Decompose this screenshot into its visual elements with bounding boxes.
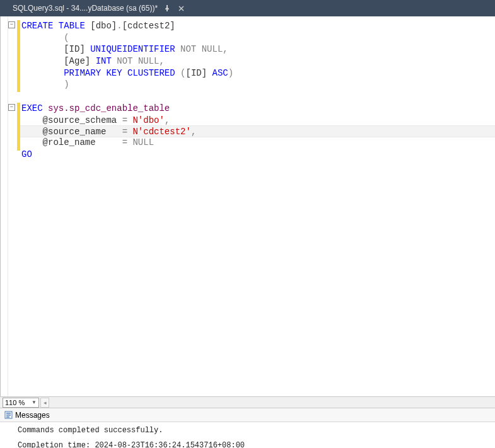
code-line[interactable]: PRIMARY KEY CLUSTERED ([ID] ASC) bbox=[20, 67, 495, 79]
close-icon[interactable] bbox=[177, 4, 185, 13]
code-editor[interactable]: 1 − − CREATE TABLE [dbo].[cdctest2] ( [I… bbox=[0, 16, 495, 396]
code-line[interactable]: GO bbox=[20, 149, 495, 161]
tab-title: SQLQuery3.sql - 34....yDatabase (sa (65)… bbox=[13, 4, 158, 13]
tab-bar: SQLQuery3.sql - 34....yDatabase (sa (65)… bbox=[0, 0, 495, 16]
messages-icon bbox=[4, 411, 13, 420]
message-line: Commands completed successfully. bbox=[18, 426, 490, 435]
svg-rect-1 bbox=[6, 413, 11, 414]
breakpoint-gutter[interactable]: 1 bbox=[1, 16, 8, 396]
fold-toggle-icon[interactable]: − bbox=[8, 21, 15, 28]
svg-rect-2 bbox=[6, 415, 11, 416]
code-line-current[interactable]: @source_name = N'cdctest2', bbox=[20, 125, 495, 137]
code-line[interactable]: @source_schema = N'dbo', bbox=[20, 115, 495, 127]
message-line: Completion time: 2024-08-23T16:36:24.154… bbox=[18, 441, 490, 448]
code-content[interactable]: CREATE TABLE [dbo].[cdctest2] ( [ID] UNI… bbox=[20, 16, 495, 396]
messages-title: Messages bbox=[15, 411, 50, 420]
code-line[interactable]: @role_name = NULL bbox=[20, 137, 495, 149]
zoom-value: 110 % bbox=[5, 399, 25, 406]
chevron-down-icon: ▼ bbox=[32, 399, 37, 405]
messages-tab[interactable]: Messages bbox=[0, 408, 495, 422]
code-line[interactable]: EXEC sys.sp_cdc_enable_table bbox=[20, 103, 495, 115]
code-line[interactable]: [Age] INT NOT NULL, bbox=[20, 55, 495, 67]
messages-output[interactable]: Commands completed successfully. Complet… bbox=[0, 422, 495, 448]
code-line[interactable]: ) bbox=[20, 79, 495, 91]
pin-icon[interactable] bbox=[163, 4, 172, 13]
zoom-select[interactable]: 110 % ▼ bbox=[3, 398, 39, 408]
editor-footer-bar: 110 % ▼ ◂ bbox=[0, 396, 495, 408]
messages-panel: Messages Commands completed successfully… bbox=[0, 408, 495, 448]
code-line[interactable]: ( bbox=[20, 32, 495, 44]
fold-toggle-icon[interactable]: − bbox=[8, 104, 15, 111]
svg-rect-3 bbox=[6, 416, 9, 418]
code-line[interactable] bbox=[20, 91, 495, 103]
document-tab[interactable]: SQLQuery3.sql - 34....yDatabase (sa (65)… bbox=[8, 0, 190, 16]
code-line[interactable]: CREATE TABLE [dbo].[cdctest2] bbox=[20, 20, 495, 32]
scroll-left-icon[interactable]: ◂ bbox=[40, 398, 49, 408]
code-line[interactable]: [ID] UNIQUEIDENTIFIER NOT NULL, bbox=[20, 43, 495, 55]
outline-gutter: − − bbox=[8, 16, 17, 396]
